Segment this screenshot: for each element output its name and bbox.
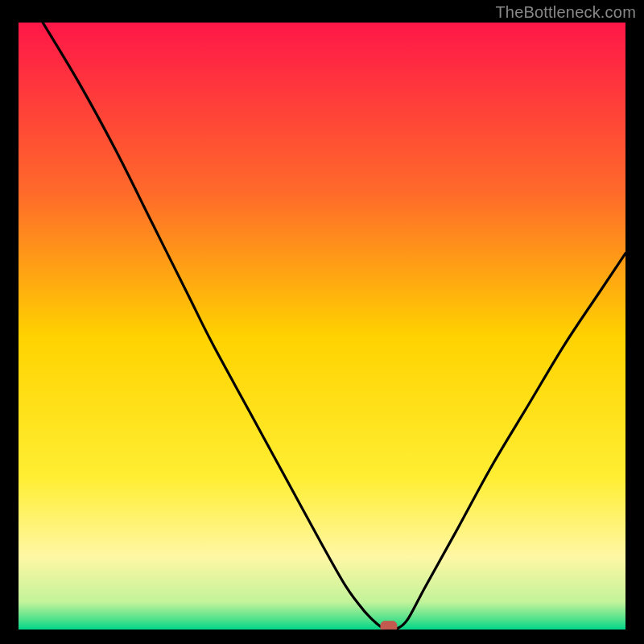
plot-area	[19, 23, 625, 630]
minimum-marker	[381, 621, 397, 630]
watermark-text: TheBottleneck.com	[495, 3, 636, 22]
chart-svg	[19, 23, 625, 630]
chart-frame: TheBottleneck.com	[0, 0, 644, 644]
gradient-background	[19, 23, 625, 630]
